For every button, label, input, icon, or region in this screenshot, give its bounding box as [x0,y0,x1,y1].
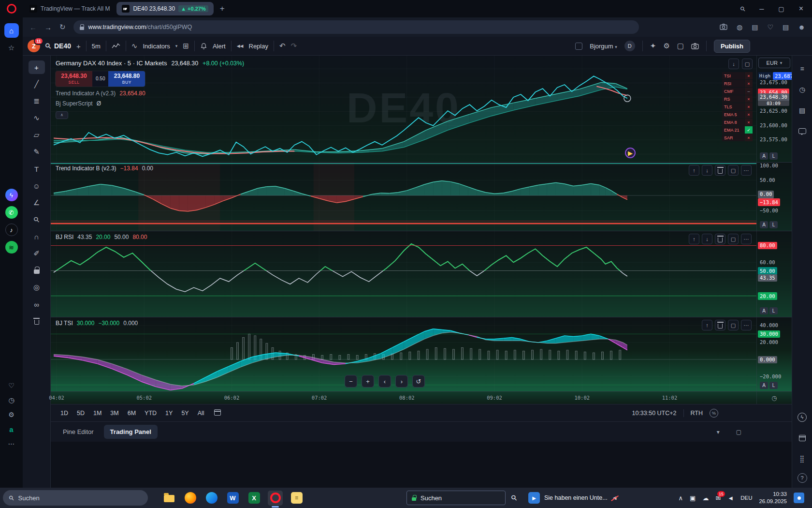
superscript-title[interactable]: Bj SuperScript [56,100,93,107]
hide-all-tool[interactable]: ◎ [29,281,45,294]
range-5d[interactable]: 5D [73,408,88,418]
range-3m[interactable]: 3M [106,408,122,418]
go-to-date-icon[interactable] [214,409,221,417]
session-label[interactable]: RTH [691,410,703,417]
tab-search-icon[interactable]: ⚲ [739,4,747,13]
time-axis[interactable]: 04:0205:0206:0207:0208:0209:0210:0211:02… [51,391,792,404]
fib-retracement-tool[interactable]: ≣ [29,94,45,108]
pane-maximize-button[interactable]: ▢ [728,234,739,244]
whatsapp-icon[interactable]: ✆ [4,205,19,220]
sidebar-panels-icon[interactable]: ▤ [783,23,789,31]
sidebar-more-icon[interactable]: ⋯ [5,437,18,450]
trend-indicator-b-pane[interactable]: Trend Indicator B (v2.3) −13.84 0.00 ↑↓▢… [51,163,756,231]
favorites-heart-icon[interactable]: ♡ [767,23,773,31]
price-pane[interactable]: DE40 Germany DAX 40 Index · 5 · IC Marke… [51,56,756,162]
tiktok-icon[interactable]: ♪ [4,223,19,237]
home-icon[interactable]: ⌂ [4,23,19,38]
layout-grid-button[interactable]: ⊞ [183,42,189,50]
user-avatar[interactable]: Z11 [28,40,40,52]
alerts-clock-icon[interactable]: ◷ [796,83,809,96]
chart-type-icon[interactable] [112,43,120,49]
economic-calendar-icon[interactable] [796,432,809,444]
snapshot-camera-icon[interactable] [720,23,727,31]
price-scale[interactable]: EUR▾ 23,675.0023,625.0023,600.0023,575.0… [756,56,792,162]
prediction-tool[interactable]: ▱ [29,128,45,142]
log-scale-button[interactable]: L [769,382,778,389]
ideas-chat-icon[interactable] [796,125,809,137]
tray-expand-icon[interactable]: ∧ [679,494,683,502]
url-bar[interactable]: www.tradingview.com/chart/d50glPWQ [73,20,639,34]
tsi-pane[interactable]: BJ TSI 30.000 −30.000 0.000 ↑▢⋯ −+‹›↺ [51,317,756,391]
pane-more-button[interactable]: ⋯ [741,165,752,176]
percent-scale-icon[interactable]: % [710,409,718,418]
symbol-search[interactable]: ⚲DE40 [45,42,71,50]
pane-delete-button[interactable] [715,234,725,244]
keyboard-language[interactable]: DEU [740,495,752,501]
panel-expand-icon[interactable]: ▢ [736,429,741,435]
tsi-title[interactable]: BJ TSI [56,320,73,327]
currency-selector[interactable]: EUR▾ [758,58,790,68]
search-submit-icon[interactable]: ⚲ [509,493,519,503]
log-scale-button[interactable]: L [769,221,778,228]
rsi-pane[interactable]: BJ RSI 43.35 20.00 50.00 80.00 ↑↓▢⋯ [51,231,756,317]
chart-settings-gear-icon[interactable]: ⚙ [663,42,669,50]
window-close-button[interactable]: × [799,4,803,13]
browser-forward-button[interactable]: → [44,23,52,31]
auto-scale-button[interactable]: A [760,152,768,160]
edge-browser-icon[interactable] [204,491,219,506]
sticky-notes-icon[interactable]: ≡ [289,491,304,506]
tray-volume-icon[interactable]: ◄ [727,494,734,502]
layout-sync-checkbox[interactable] [575,43,582,50]
indicator-b-title[interactable]: Trend Indicator B (v2.3) [56,165,116,172]
pane-move-up-button[interactable]: ↑ [689,165,699,176]
indicators-chevron-icon[interactable]: ▾ [175,44,178,48]
layout-name-button[interactable]: Bjorgum ▾ [590,43,617,50]
zoom-tool[interactable]: ⚲ [29,213,45,226]
scroll-to-realtime-button[interactable]: ↓ [728,59,739,69]
indicator-a-title[interactable]: Trend Indicator A (v2.3) [56,90,116,97]
opera-taskbar-icon[interactable] [268,491,283,506]
pane-move-down-button[interactable]: ↓ [702,234,712,244]
browser-tab-tradingview[interactable]: TradingView — Track All M [24,2,115,15]
data-window-icon[interactable]: ▤ [796,104,809,117]
pane-maximize-button[interactable]: ▢ [728,320,739,330]
tray-cloud-icon[interactable]: ☁ [702,494,709,502]
publish-button[interactable]: Publish [714,40,750,53]
brush-tool[interactable]: ✎ [29,145,45,159]
oscillator-scale[interactable]: 100.0050.00−50.000.00−13.84AL [756,163,792,231]
log-scale-button[interactable]: L [769,307,778,314]
hotlist-lightning-icon[interactable]: ϟ [796,411,809,423]
rsi-title[interactable]: BJ RSI [56,234,73,240]
pane-delete-button[interactable] [715,165,725,176]
trend-line-tool[interactable]: ╱ [29,77,45,91]
range-1y[interactable]: 1Y [161,408,176,418]
remove-drawings-tool[interactable] [29,314,45,328]
history-icon[interactable]: ◷ [5,394,18,406]
auto-scale-button[interactable]: A [760,307,768,314]
browser-tab-de40-active[interactable]: DE40 23,648.30 ▲ +0.27% [116,2,213,15]
messenger-icon[interactable]: ϟ [4,188,19,202]
pane-more-button[interactable]: ⋯ [741,234,752,244]
clock-text[interactable]: 10:33:50 UTC+2 [632,410,676,417]
object-tree-tool[interactable]: ∞ [29,298,45,311]
browser-reload-button[interactable]: ↻ [59,23,66,31]
watchlist-icon[interactable]: ≡ [796,62,809,75]
panel-collapse-chevron-icon[interactable]: ▾ [717,429,720,435]
pattern-tool[interactable]: ∿ [29,111,45,125]
new-tab-button[interactable]: + [220,4,225,14]
log-scale-button[interactable]: L [769,152,778,160]
muted-speaker-icon[interactable]: ◄ [612,494,618,501]
undo-button[interactable]: ↶ [279,42,286,50]
quick-broker-badge[interactable]: D [624,41,635,51]
text-tool[interactable]: T [29,162,45,176]
lightning-marker-icon[interactable]: ▶ [625,148,636,158]
pane-move-up-button[interactable]: ↑ [689,234,699,244]
secondary-search-input[interactable]: Suchen [406,491,506,505]
redo-button[interactable]: ↷ [291,42,297,50]
apps-grid-icon[interactable]: ⣿ [796,452,809,465]
wallet-icon[interactable]: ▤ [752,23,758,31]
range-6m[interactable]: 6M [124,408,140,418]
tsi-scale[interactable]: 40.00020.000−20.00030.0000.000AL [756,317,792,391]
indicators-button[interactable]: Indicators [143,43,170,50]
measure-tool[interactable]: ∠ [29,196,45,209]
